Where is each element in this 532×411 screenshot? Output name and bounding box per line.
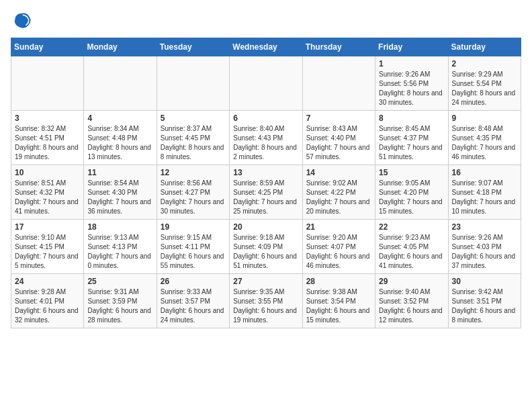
calendar-cell: 11Sunrise: 8:54 AM Sunset: 4:30 PM Dayli… <box>84 165 157 220</box>
day-number: 12 <box>161 168 226 177</box>
day-info: Sunrise: 8:32 AM Sunset: 4:51 PM Dayligh… <box>15 124 80 162</box>
calendar-cell: 2Sunrise: 9:29 AM Sunset: 5:54 PM Daylig… <box>448 56 521 111</box>
calendar-cell: 5Sunrise: 8:37 AM Sunset: 4:45 PM Daylig… <box>157 111 229 165</box>
day-info: Sunrise: 9:26 AM Sunset: 5:56 PM Dayligh… <box>379 70 444 107</box>
column-header-friday: Friday <box>375 38 448 56</box>
day-number: 24 <box>15 277 80 286</box>
day-number: 11 <box>87 168 152 177</box>
calendar-cell: 13Sunrise: 8:59 AM Sunset: 4:25 PM Dayli… <box>230 165 302 220</box>
day-info: Sunrise: 9:33 AM Sunset: 3:57 PM Dayligh… <box>161 287 226 325</box>
day-number: 29 <box>379 277 444 286</box>
calendar-table: SundayMondayTuesdayWednesdayThursdayFrid… <box>11 38 521 328</box>
day-info: Sunrise: 8:43 AM Sunset: 4:40 PM Dayligh… <box>306 124 371 162</box>
calendar-cell <box>11 56 84 111</box>
day-info: Sunrise: 9:29 AM Sunset: 5:54 PM Dayligh… <box>452 70 517 107</box>
day-number: 10 <box>15 168 80 177</box>
day-number: 26 <box>161 277 226 286</box>
calendar-cell: 20Sunrise: 9:18 AM Sunset: 4:09 PM Dayli… <box>230 220 302 274</box>
day-number: 7 <box>306 113 371 123</box>
day-number: 23 <box>452 222 517 232</box>
logo <box>11 11 35 32</box>
day-number: 28 <box>306 277 371 286</box>
calendar-cell: 17Sunrise: 9:10 AM Sunset: 4:15 PM Dayli… <box>11 220 84 274</box>
calendar-cell: 15Sunrise: 9:05 AM Sunset: 4:20 PM Dayli… <box>375 165 448 220</box>
calendar-cell: 28Sunrise: 9:38 AM Sunset: 3:54 PM Dayli… <box>302 274 375 328</box>
day-info: Sunrise: 8:34 AM Sunset: 4:48 PM Dayligh… <box>87 124 152 162</box>
day-info: Sunrise: 9:15 AM Sunset: 4:11 PM Dayligh… <box>161 233 226 271</box>
calendar-cell: 14Sunrise: 9:02 AM Sunset: 4:22 PM Dayli… <box>302 165 375 220</box>
calendar-cell <box>302 56 375 111</box>
day-number: 6 <box>233 113 298 123</box>
calendar-cell: 23Sunrise: 9:26 AM Sunset: 4:03 PM Dayli… <box>448 220 521 274</box>
day-info: Sunrise: 8:40 AM Sunset: 4:43 PM Dayligh… <box>233 124 298 162</box>
day-number: 17 <box>15 222 80 232</box>
calendar-cell: 6Sunrise: 8:40 AM Sunset: 4:43 PM Daylig… <box>230 111 302 165</box>
column-header-monday: Monday <box>84 38 157 56</box>
calendar-cell <box>84 56 157 111</box>
calendar-cell <box>157 56 229 111</box>
column-header-wednesday: Wednesday <box>230 38 302 56</box>
day-info: Sunrise: 8:37 AM Sunset: 4:45 PM Dayligh… <box>161 124 226 162</box>
day-info: Sunrise: 9:10 AM Sunset: 4:15 PM Dayligh… <box>15 233 80 271</box>
calendar-cell: 26Sunrise: 9:33 AM Sunset: 3:57 PM Dayli… <box>157 274 229 328</box>
calendar-week-4: 17Sunrise: 9:10 AM Sunset: 4:15 PM Dayli… <box>11 220 521 274</box>
calendar-cell: 8Sunrise: 8:45 AM Sunset: 4:37 PM Daylig… <box>375 111 448 165</box>
day-info: Sunrise: 9:28 AM Sunset: 4:01 PM Dayligh… <box>15 287 80 325</box>
calendar-week-1: 1Sunrise: 9:26 AM Sunset: 5:56 PM Daylig… <box>11 56 521 111</box>
day-info: Sunrise: 9:26 AM Sunset: 4:03 PM Dayligh… <box>452 233 517 271</box>
logo-icon <box>11 11 32 32</box>
day-info: Sunrise: 9:02 AM Sunset: 4:22 PM Dayligh… <box>306 179 371 216</box>
day-info: Sunrise: 9:31 AM Sunset: 3:59 PM Dayligh… <box>87 287 152 325</box>
page-header <box>11 11 521 32</box>
calendar-cell: 9Sunrise: 8:48 AM Sunset: 4:35 PM Daylig… <box>448 111 521 165</box>
calendar-cell: 3Sunrise: 8:32 AM Sunset: 4:51 PM Daylig… <box>11 111 84 165</box>
day-number: 27 <box>233 277 298 286</box>
calendar-cell: 16Sunrise: 9:07 AM Sunset: 4:18 PM Dayli… <box>448 165 521 220</box>
day-number: 2 <box>452 59 517 68</box>
day-number: 9 <box>452 113 517 123</box>
day-number: 1 <box>379 59 444 68</box>
day-info: Sunrise: 9:18 AM Sunset: 4:09 PM Dayligh… <box>233 233 298 271</box>
day-info: Sunrise: 8:56 AM Sunset: 4:27 PM Dayligh… <box>161 179 226 216</box>
column-header-thursday: Thursday <box>302 38 375 56</box>
calendar-cell: 19Sunrise: 9:15 AM Sunset: 4:11 PM Dayli… <box>157 220 229 274</box>
day-number: 4 <box>87 113 152 123</box>
calendar-cell: 22Sunrise: 9:23 AM Sunset: 4:05 PM Dayli… <box>375 220 448 274</box>
day-info: Sunrise: 9:05 AM Sunset: 4:20 PM Dayligh… <box>379 179 444 216</box>
calendar-week-3: 10Sunrise: 8:51 AM Sunset: 4:32 PM Dayli… <box>11 165 521 220</box>
column-header-sunday: Sunday <box>11 38 84 56</box>
day-number: 20 <box>233 222 298 232</box>
day-info: Sunrise: 9:40 AM Sunset: 3:52 PM Dayligh… <box>379 287 444 325</box>
calendar-cell <box>230 56 302 111</box>
day-info: Sunrise: 9:42 AM Sunset: 3:51 PM Dayligh… <box>452 287 517 325</box>
day-info: Sunrise: 9:38 AM Sunset: 3:54 PM Dayligh… <box>306 287 371 325</box>
day-info: Sunrise: 8:54 AM Sunset: 4:30 PM Dayligh… <box>87 179 152 216</box>
calendar-cell: 7Sunrise: 8:43 AM Sunset: 4:40 PM Daylig… <box>302 111 375 165</box>
calendar-cell: 4Sunrise: 8:34 AM Sunset: 4:48 PM Daylig… <box>84 111 157 165</box>
calendar-cell: 21Sunrise: 9:20 AM Sunset: 4:07 PM Dayli… <box>302 220 375 274</box>
calendar-cell: 12Sunrise: 8:56 AM Sunset: 4:27 PM Dayli… <box>157 165 229 220</box>
calendar-week-5: 24Sunrise: 9:28 AM Sunset: 4:01 PM Dayli… <box>11 274 521 328</box>
day-number: 19 <box>161 222 226 232</box>
day-number: 16 <box>452 168 517 177</box>
day-info: Sunrise: 8:51 AM Sunset: 4:32 PM Dayligh… <box>15 179 80 216</box>
day-number: 22 <box>379 222 444 232</box>
calendar-cell: 24Sunrise: 9:28 AM Sunset: 4:01 PM Dayli… <box>11 274 84 328</box>
day-number: 18 <box>87 222 152 232</box>
day-number: 5 <box>161 113 226 123</box>
calendar-header-row: SundayMondayTuesdayWednesdayThursdayFrid… <box>11 38 521 56</box>
day-info: Sunrise: 9:35 AM Sunset: 3:55 PM Dayligh… <box>233 287 298 325</box>
calendar-cell: 30Sunrise: 9:42 AM Sunset: 3:51 PM Dayli… <box>448 274 521 328</box>
day-info: Sunrise: 8:48 AM Sunset: 4:35 PM Dayligh… <box>452 124 517 162</box>
column-header-tuesday: Tuesday <box>157 38 229 56</box>
calendar-cell: 1Sunrise: 9:26 AM Sunset: 5:56 PM Daylig… <box>375 56 448 111</box>
day-info: Sunrise: 9:20 AM Sunset: 4:07 PM Dayligh… <box>306 233 371 271</box>
day-info: Sunrise: 8:45 AM Sunset: 4:37 PM Dayligh… <box>379 124 444 162</box>
day-number: 30 <box>452 277 517 286</box>
day-info: Sunrise: 9:23 AM Sunset: 4:05 PM Dayligh… <box>379 233 444 271</box>
day-number: 3 <box>15 113 80 123</box>
calendar-cell: 25Sunrise: 9:31 AM Sunset: 3:59 PM Dayli… <box>84 274 157 328</box>
calendar-cell: 18Sunrise: 9:13 AM Sunset: 4:13 PM Dayli… <box>84 220 157 274</box>
day-info: Sunrise: 9:07 AM Sunset: 4:18 PM Dayligh… <box>452 179 517 216</box>
day-number: 15 <box>379 168 444 177</box>
